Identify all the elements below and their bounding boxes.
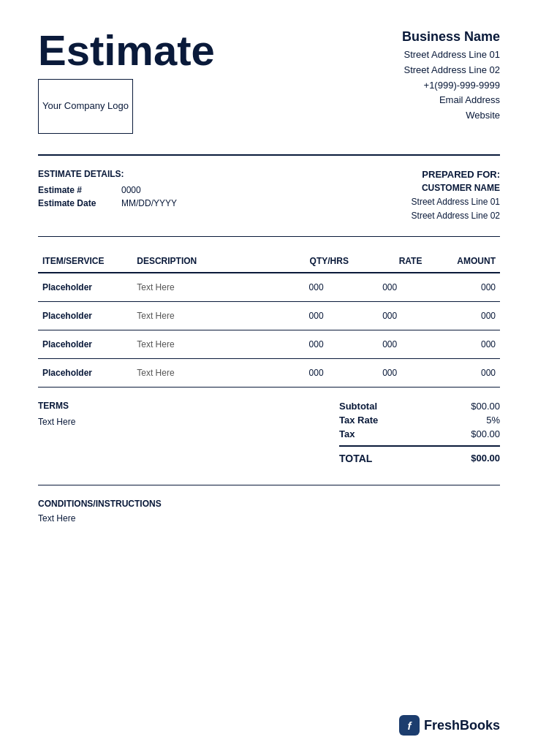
conditions-divider bbox=[38, 485, 500, 485]
logo-box: Your Company Logo bbox=[38, 79, 133, 134]
terms-section: TERMS Text Here bbox=[38, 401, 75, 427]
estimate-details-label: ESTIMATE DETAILS: bbox=[38, 169, 177, 179]
footer: f FreshBooks bbox=[399, 715, 500, 736]
estimate-number-key: Estimate # bbox=[38, 185, 104, 195]
taxrate-row: Tax Rate 5% bbox=[339, 415, 500, 426]
estimate-number-row: Estimate # 0000 bbox=[38, 185, 177, 195]
freshbooks-name: FreshBooks bbox=[424, 718, 500, 733]
estimate-details-left: ESTIMATE DETAILS: Estimate # 0000 Estima… bbox=[38, 169, 177, 211]
cell-amount-0: 000 bbox=[426, 273, 500, 302]
cell-qty-1: 000 bbox=[279, 302, 353, 330]
business-info: Business Name Street Address Line 01 Str… bbox=[402, 29, 500, 124]
bottom-section: TERMS Text Here Subtotal $00.00 Tax Rate… bbox=[38, 401, 500, 464]
business-phone: +1(999)-999-9999 bbox=[402, 78, 500, 94]
page: Estimate Your Company Logo Business Name… bbox=[0, 0, 538, 756]
totals-divider bbox=[339, 445, 500, 447]
table-row: Placeholder Text Here 000 000 000 bbox=[38, 273, 500, 302]
cell-qty-2: 000 bbox=[279, 330, 353, 359]
prepared-for: PREPARED FOR: CUSTOMER NAME Street Addre… bbox=[412, 169, 500, 223]
header: Estimate Your Company Logo Business Name… bbox=[38, 29, 500, 134]
cell-qty-3: 000 bbox=[279, 359, 353, 388]
freshbooks-icon-letter: f bbox=[407, 719, 411, 732]
subtotal-value: $00.00 bbox=[471, 401, 500, 412]
cell-desc-1: Text Here bbox=[132, 302, 279, 330]
cell-amount-1: 000 bbox=[426, 302, 500, 330]
logo-section: Your Company Logo bbox=[38, 79, 215, 134]
cell-rate-2: 000 bbox=[353, 330, 427, 359]
customer-name: CUSTOMER NAME bbox=[412, 183, 500, 193]
cell-desc-3: Text Here bbox=[132, 359, 279, 388]
total-value: $00.00 bbox=[471, 453, 500, 464]
totals-section: Subtotal $00.00 Tax Rate 5% Tax $00.00 T… bbox=[339, 401, 500, 464]
cell-rate-3: 000 bbox=[353, 359, 427, 388]
tax-row: Tax $00.00 bbox=[339, 428, 500, 439]
taxrate-label: Tax Rate bbox=[339, 415, 378, 426]
col-header-rate: RATE bbox=[353, 250, 427, 273]
business-email: Email Address bbox=[402, 93, 500, 108]
cell-item-1: Placeholder bbox=[38, 302, 132, 330]
col-header-amount: AMOUNT bbox=[426, 250, 500, 273]
cell-amount-3: 000 bbox=[426, 359, 500, 388]
business-website: Website bbox=[402, 108, 500, 124]
business-address2: Street Address Line 02 bbox=[402, 63, 500, 78]
estimate-title: Estimate bbox=[38, 29, 215, 72]
estimate-number-val: 0000 bbox=[121, 185, 141, 195]
estimate-date-key: Estimate Date bbox=[38, 198, 104, 208]
tax-label: Tax bbox=[339, 428, 355, 439]
cell-qty-0: 000 bbox=[279, 273, 353, 302]
terms-text: Text Here bbox=[38, 417, 75, 427]
estimate-details-section: ESTIMATE DETAILS: Estimate # 0000 Estima… bbox=[38, 169, 500, 223]
col-header-item: ITEM/SERVICE bbox=[38, 250, 132, 273]
cell-desc-0: Text Here bbox=[132, 273, 279, 302]
header-divider bbox=[38, 154, 500, 156]
customer-address1: Street Address Line 01 bbox=[412, 195, 500, 209]
cell-item-3: Placeholder bbox=[38, 359, 132, 388]
estimate-date-row: Estimate Date MM/DD/YYYY bbox=[38, 198, 177, 208]
table-row: Placeholder Text Here 000 000 000 bbox=[38, 330, 500, 359]
business-name: Business Name bbox=[402, 29, 500, 45]
cell-rate-0: 000 bbox=[353, 273, 427, 302]
freshbooks-logo: f FreshBooks bbox=[399, 715, 500, 736]
conditions-text: Text Here bbox=[38, 513, 500, 523]
total-row: TOTAL $00.00 bbox=[339, 453, 500, 464]
details-divider bbox=[38, 236, 500, 237]
cell-amount-2: 000 bbox=[426, 330, 500, 359]
header-left: Estimate Your Company Logo bbox=[38, 29, 215, 134]
business-address1: Street Address Line 01 bbox=[402, 48, 500, 63]
conditions-section: CONDITIONS/INSTRUCTIONS Text Here bbox=[38, 499, 500, 523]
items-table: ITEM/SERVICE DESCRIPTION QTY/HRS RATE AM… bbox=[38, 250, 500, 388]
table-row: Placeholder Text Here 000 000 000 bbox=[38, 359, 500, 388]
cell-desc-2: Text Here bbox=[132, 330, 279, 359]
total-label: TOTAL bbox=[339, 453, 372, 464]
col-header-qty: QTY/HRS bbox=[279, 250, 353, 273]
cell-item-0: Placeholder bbox=[38, 273, 132, 302]
tax-value: $00.00 bbox=[471, 428, 500, 439]
cell-item-2: Placeholder bbox=[38, 330, 132, 359]
terms-label: TERMS bbox=[38, 401, 75, 411]
customer-address2: Street Address Line 02 bbox=[412, 209, 500, 223]
freshbooks-icon: f bbox=[399, 715, 420, 736]
table-row: Placeholder Text Here 000 000 000 bbox=[38, 302, 500, 330]
conditions-label: CONDITIONS/INSTRUCTIONS bbox=[38, 499, 500, 509]
estimate-date-val: MM/DD/YYYY bbox=[121, 198, 177, 208]
cell-rate-1: 000 bbox=[353, 302, 427, 330]
logo-text: Your Company Logo bbox=[42, 99, 129, 113]
subtotal-row: Subtotal $00.00 bbox=[339, 401, 500, 412]
taxrate-value: 5% bbox=[486, 415, 500, 426]
col-header-desc: DESCRIPTION bbox=[132, 250, 279, 273]
prepared-for-label: PREPARED FOR: bbox=[412, 169, 500, 180]
subtotal-label: Subtotal bbox=[339, 401, 377, 412]
